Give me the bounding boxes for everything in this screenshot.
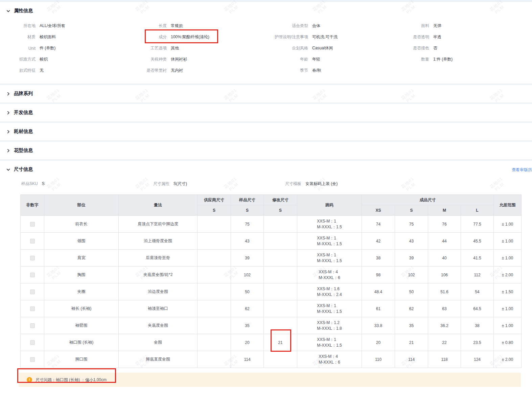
size-table-wrap: 非数字 部位 量法 供应商尺寸 样品尺寸 修改尺寸 跳码 成品尺寸 允差范围 S… <box>20 194 521 368</box>
section-title: 品牌系列 <box>14 91 33 97</box>
sample-size-cell[interactable]: 114 <box>231 351 264 368</box>
section-size-header[interactable]: 尺寸信息 查看审版历 <box>0 161 532 176</box>
sample-size-cell[interactable]: 35 <box>231 317 264 334</box>
sample-size-cell[interactable]: 39 <box>231 250 264 267</box>
table-header-row: 非数字 部位 量法 供应商尺寸 样品尺寸 修改尺寸 跳码 成品尺寸 允差范围 <box>21 195 522 205</box>
attribute-label: 适合类型 <box>268 23 308 29</box>
attributes-column: 长度 常规款 成分 100%:聚酯纤维(涤纶) 工艺选项 其他 关税种类 休闲衬… <box>136 20 268 76</box>
jump-code-cell: XXS-M：4 M-XXXL：6 <box>297 351 362 368</box>
attribute-field: 款式特征 无 <box>5 65 136 76</box>
chevron-right-icon <box>6 111 10 115</box>
finished-m-cell: 22 <box>428 334 461 351</box>
row-checkbox[interactable] <box>30 239 35 244</box>
row-checkbox[interactable] <box>30 323 35 328</box>
size-table: 非数字 部位 量法 供应商尺寸 样品尺寸 修改尺寸 跳码 成品尺寸 允差范围 S… <box>20 194 522 368</box>
finished-m-cell: 106 <box>428 267 461 283</box>
view-revision-history-link[interactable]: 查看审版历 <box>512 167 532 173</box>
sample-size-cell[interactable]: 62 <box>231 300 264 317</box>
tolerance-cell: ± 1.00 <box>494 317 522 334</box>
sample-size-cell[interactable]: 75 <box>231 216 264 233</box>
row-checkbox[interactable] <box>30 306 35 311</box>
sample-size-cell[interactable]: 102 <box>231 267 264 283</box>
modify-size-cell[interactable]: 21 <box>264 334 297 351</box>
supplier-size-cell[interactable] <box>198 317 231 334</box>
modify-size-cell[interactable] <box>264 317 297 334</box>
meta-label: 尺寸属性 <box>153 181 169 187</box>
finished-m-cell: 44 <box>428 233 461 250</box>
row-checkbox[interactable] <box>30 256 35 260</box>
attribute-field: 是否透明 半透 <box>399 31 530 43</box>
attribute-field: 关税种类 休闲衬衫 <box>136 54 268 65</box>
modify-size-cell[interactable] <box>264 250 297 267</box>
attribute-value: 1:件 (单数) <box>433 56 453 62</box>
method-cell: 夹底度全围 <box>119 317 198 334</box>
jump-code-line2: M-XXXL：1.5 <box>317 309 342 315</box>
supplier-size-cell[interactable] <box>198 233 231 250</box>
attribute-label: 款式特征 <box>5 68 36 73</box>
attribute-value: 否 <box>433 45 437 51</box>
attribute-value: 半透 <box>433 34 441 40</box>
collapsed-section-header[interactable]: 品牌系列 <box>0 85 532 102</box>
sample-size-cell[interactable]: 43 <box>231 233 264 250</box>
modify-size-cell[interactable] <box>264 351 297 368</box>
jump-code-line2: M-XXXL：6 <box>319 275 340 281</box>
attribute-value: 常规款 <box>171 23 183 29</box>
checkbox-cell <box>21 334 44 351</box>
supplier-size-cell[interactable] <box>198 300 231 317</box>
section-attributes-header[interactable]: 属性信息 <box>0 2 532 17</box>
attribute-field: 数量 1:件 (单数) <box>399 54 530 65</box>
attribute-value: 春/秋 <box>312 68 321 73</box>
tolerance-cell: ± 1.00 <box>494 216 522 233</box>
row-checkbox[interactable] <box>30 290 35 294</box>
size-meta-row: 样品SKU S 尺寸属性 S(尺寸) 尺寸模板 女装标码上装 (全) <box>0 176 532 191</box>
collapsed-section-header[interactable]: 开发信息 <box>0 104 532 121</box>
section-size: 尺寸信息 查看审版历 样品SKU S 尺寸属性 S(尺寸) 尺寸模板 女装标码上… <box>0 161 532 393</box>
row-checkbox[interactable] <box>30 222 35 227</box>
supplier-size-cell[interactable] <box>198 334 231 351</box>
attribute-label: 数量 <box>399 56 429 62</box>
jump-code-line2: M-XXXL：1.5 <box>317 258 342 264</box>
supplier-size-cell[interactable] <box>198 216 231 233</box>
checkbox-cell <box>21 300 44 317</box>
finished-s-cell: 50 <box>395 283 428 300</box>
modify-size-cell[interactable] <box>264 233 297 250</box>
attribute-field: 年龄 年轻 <box>268 54 399 65</box>
modify-size-cell[interactable] <box>264 300 297 317</box>
attribute-label: 企划风格 <box>268 45 308 51</box>
modify-size-cell[interactable] <box>264 216 297 233</box>
supplier-size-cell[interactable] <box>198 351 231 368</box>
col-finished-size: 成品尺寸 <box>362 195 494 205</box>
finished-l-cell: 41.5 <box>461 250 494 267</box>
modify-size-cell[interactable] <box>264 267 297 283</box>
attribute-field: 护理说明/注意事项 可机洗,可干洗 <box>268 31 399 43</box>
jump-code-cell: XXS-M：1 M-XXXL：1.5 <box>297 233 362 250</box>
attribute-field: 是否带里衬 无内衬 <box>136 65 268 76</box>
supplier-size-cell[interactable] <box>198 283 231 300</box>
supplier-size-cell[interactable] <box>198 267 231 283</box>
jump-code-line2: M-XXXL：6 <box>319 360 340 365</box>
subcol-m: M <box>428 205 461 216</box>
sample-size-cell[interactable]: 50 <box>231 283 264 300</box>
row-checkbox[interactable] <box>30 357 35 362</box>
collapsed-section-header[interactable]: 花型信息 <box>0 142 532 159</box>
row-checkbox[interactable] <box>30 273 35 277</box>
jump-code-cell: XXS-M：1 M-XXXL：1.5 <box>297 300 362 317</box>
checkbox-cell <box>21 216 44 233</box>
size-meta-item: 尺寸模板 女装标码上装 (全) <box>285 180 532 188</box>
collapsed-section-header[interactable]: 耗材信息 <box>0 123 532 140</box>
modify-size-cell[interactable] <box>264 283 297 300</box>
method-cell: 肩顶点下至前中脚边度 <box>119 216 198 233</box>
row-checkbox[interactable] <box>30 340 35 345</box>
attribute-label: 护理说明/注意事项 <box>268 34 308 40</box>
attribute-label: 成分 <box>136 34 167 40</box>
sample-size-cell[interactable]: 20 <box>231 334 264 351</box>
section-title: 花型信息 <box>14 147 33 154</box>
attribute-value: Casual休闲 <box>312 45 333 51</box>
finished-l-cell: 38 <box>461 317 494 334</box>
part-cell: 前衣长 <box>44 216 119 233</box>
size-meta-item: 样品SKU S <box>21 180 153 188</box>
size-table-row: 肩宽 后肩顶骨至骨 39 XXS-M：1 M-XXXL：1.5 <box>21 250 522 267</box>
supplier-size-cell[interactable] <box>198 250 231 267</box>
warning-text: 尺寸问题：袖口围 (长袖) ：偏小1.00cm <box>36 377 107 383</box>
jump-code-line2: M-XXXL：1.5 <box>317 241 342 247</box>
